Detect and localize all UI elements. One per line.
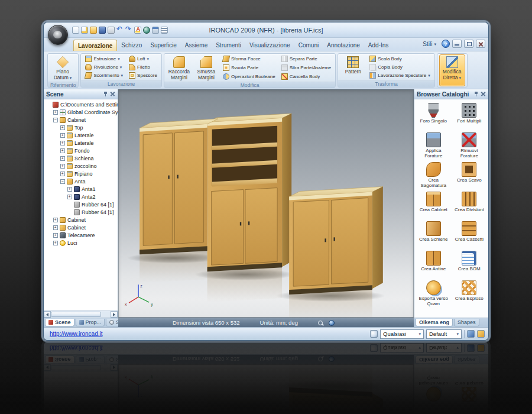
tree-expand-toggle[interactable]: + bbox=[53, 110, 58, 115]
ribbon-button[interactable]: Svuota Parte bbox=[220, 64, 278, 72]
catalog-item[interactable]: Applica Forature bbox=[416, 132, 450, 162]
tree-item[interactable]: + Cabinet bbox=[45, 224, 118, 231]
tree-item[interactable]: + Schiena bbox=[45, 154, 118, 162]
ironcad-link[interactable]: http://www.ironcad.it bbox=[47, 331, 105, 337]
pin-icon[interactable] bbox=[103, 92, 108, 96]
tree-expand-toggle[interactable]: + bbox=[53, 225, 58, 230]
catalog-item[interactable]: Foro Singolo bbox=[416, 103, 450, 132]
tree-expand-toggle[interactable]: + bbox=[60, 156, 65, 161]
scroll-left-button[interactable] bbox=[44, 311, 51, 318]
ribbon-tab[interactable]: Comuni bbox=[294, 40, 323, 51]
ribbon-tab[interactable]: Strumenti bbox=[212, 40, 245, 51]
highlight-icon[interactable] bbox=[134, 27, 141, 34]
ribbon-button[interactable]: Pattern bbox=[340, 54, 366, 80]
tree-item[interactable]: + Anta2 bbox=[45, 193, 118, 200]
tree-item[interactable]: − Anta bbox=[45, 177, 118, 185]
scene-list-icon[interactable] bbox=[161, 27, 168, 34]
stili-button[interactable]: Stili ▾ bbox=[420, 40, 439, 48]
catalog-item[interactable]: Crea Scavo bbox=[452, 162, 486, 192]
tree-expand-toggle[interactable]: + bbox=[60, 141, 65, 145]
minimize-button[interactable] bbox=[452, 40, 462, 48]
tree-item[interactable]: + Fondo bbox=[45, 147, 118, 154]
ribbon-tab[interactable]: Schizzo bbox=[117, 40, 146, 51]
close-panel-icon[interactable] bbox=[110, 92, 115, 97]
web-icon[interactable] bbox=[329, 320, 335, 326]
display-settings-icon[interactable] bbox=[467, 330, 475, 338]
catalog-item[interactable]: Crea BOM bbox=[452, 251, 486, 280]
catalog-item[interactable]: Crea Cabinet bbox=[416, 192, 450, 221]
tree-item[interactable]: + Top bbox=[45, 124, 118, 131]
ribbon-button[interactable]: Loft ▾ bbox=[126, 55, 160, 63]
titlebar[interactable]: IRONCAD 2009 (NFR) - [libreria UF.ics] bbox=[44, 22, 488, 38]
scroll-right-button[interactable] bbox=[111, 311, 118, 318]
tree-expand-toggle[interactable]: + bbox=[67, 195, 72, 199]
render-mode-icon[interactable] bbox=[143, 27, 150, 34]
window-layout-icon[interactable] bbox=[152, 27, 159, 34]
ribbon-button[interactable]: Spessore bbox=[126, 72, 160, 79]
ribbon-button[interactable]: Cancella Body bbox=[279, 73, 334, 80]
ribbon-button[interactable]: Modifica Diretta ▾ bbox=[439, 54, 465, 86]
tree-expand-toggle[interactable]: + bbox=[60, 172, 65, 176]
tree-expand-toggle[interactable]: + bbox=[67, 187, 72, 192]
ribbon-button[interactable]: Rivoluzione ▾ bbox=[83, 63, 125, 71]
ribbon-tab[interactable]: Visualizzazione bbox=[245, 40, 294, 51]
selection-filter-dropdown[interactable]: Qualsiasi ▾ bbox=[380, 329, 424, 339]
tree-item[interactable]: − Cabinet bbox=[45, 116, 118, 124]
redo-icon[interactable] bbox=[125, 27, 132, 34]
tree-item[interactable]: + Global Coordinate System bbox=[45, 108, 118, 116]
tree-item[interactable]: Rubber 64 [1] bbox=[45, 200, 118, 208]
tree-item[interactable]: + Cabinet bbox=[45, 216, 118, 224]
catalog-item[interactable]: Crea Sagomatura bbox=[416, 162, 450, 192]
tree-item[interactable]: + Telecamere bbox=[45, 231, 118, 239]
tree-expand-toggle[interactable]: + bbox=[60, 133, 65, 138]
tree-expand-toggle[interactable]: + bbox=[60, 125, 65, 130]
pin-icon[interactable] bbox=[474, 92, 478, 96]
tree-expand-toggle[interactable]: + bbox=[53, 241, 58, 245]
catalog-item[interactable]: Crea Esploso bbox=[452, 280, 486, 310]
ribbon-tab[interactable]: Assieme bbox=[181, 40, 212, 51]
ribbon-button[interactable]: Piano Datum ▾ bbox=[50, 54, 76, 81]
ribbon-button[interactable]: Separa Parte bbox=[279, 55, 334, 63]
application-menu-button[interactable] bbox=[48, 25, 68, 45]
ribbon-tab[interactable]: Lavorazione bbox=[73, 40, 117, 51]
print-icon[interactable] bbox=[108, 27, 115, 34]
close-panel-icon[interactable] bbox=[481, 92, 486, 97]
scrollbar-thumb[interactable] bbox=[51, 312, 101, 317]
tree-item[interactable]: + Laterale bbox=[45, 139, 118, 147]
ribbon-button[interactable]: Smussa Margini bbox=[193, 54, 219, 81]
scene-panel-header[interactable]: Scene bbox=[44, 89, 118, 99]
zoom-icon[interactable] bbox=[318, 321, 323, 325]
tree-item[interactable]: + Anta1 bbox=[45, 185, 118, 193]
ribbon-button[interactable]: Scala Body bbox=[367, 55, 432, 63]
ribbon-tab[interactable]: Annotazione bbox=[323, 40, 364, 51]
catalog-item[interactable]: Fori Multipli bbox=[452, 103, 486, 132]
ribbon-button[interactable]: Estrusione ▾ bbox=[83, 55, 125, 63]
new-document-icon[interactable] bbox=[81, 27, 88, 34]
catalog-item[interactable]: Esporta verso Qcam bbox=[416, 280, 450, 310]
scrollbar-track[interactable] bbox=[101, 311, 111, 318]
undo-icon[interactable] bbox=[116, 27, 124, 34]
tree-item[interactable]: + Laterale bbox=[45, 131, 118, 139]
ribbon-button[interactable]: Operazioni Booleane bbox=[220, 73, 278, 80]
panel-tab[interactable]: Shapes bbox=[454, 319, 479, 326]
open-icon[interactable] bbox=[90, 27, 97, 34]
ribbon-button[interactable]: Lavorazione Speculare ▾ bbox=[367, 72, 432, 79]
tree-expand-toggle[interactable]: + bbox=[53, 218, 58, 222]
viewport-canvas[interactable]: z x y bbox=[118, 89, 414, 318]
tree-expand-toggle[interactable]: − bbox=[60, 179, 65, 184]
catalog-item[interactable]: Crea Cassetti bbox=[452, 221, 486, 251]
catalog-panel-header[interactable]: Browser Cataloghi bbox=[414, 89, 488, 99]
close-button[interactable] bbox=[476, 40, 485, 48]
catalog-item[interactable]: Crea Antine bbox=[416, 251, 450, 280]
ribbon-tab[interactable]: Superficie bbox=[146, 40, 180, 51]
ribbon-button[interactable]: Raccorda Margini bbox=[166, 54, 192, 81]
tree-item[interactable]: + zoccolino bbox=[45, 162, 118, 170]
tree-item[interactable]: Rubber 64 [1] bbox=[45, 208, 118, 216]
scene-tree-hscrollbar[interactable] bbox=[44, 310, 118, 318]
configurations-icon[interactable] bbox=[477, 330, 485, 338]
catalog-item[interactable]: Crea Schiene bbox=[416, 221, 450, 251]
panel-tab[interactable]: Oikema eng bbox=[416, 319, 453, 326]
catalog-item[interactable]: Crea Divisioni bbox=[452, 192, 486, 221]
tree-expand-toggle[interactable]: + bbox=[53, 233, 58, 238]
new-scene-icon[interactable] bbox=[72, 27, 79, 34]
